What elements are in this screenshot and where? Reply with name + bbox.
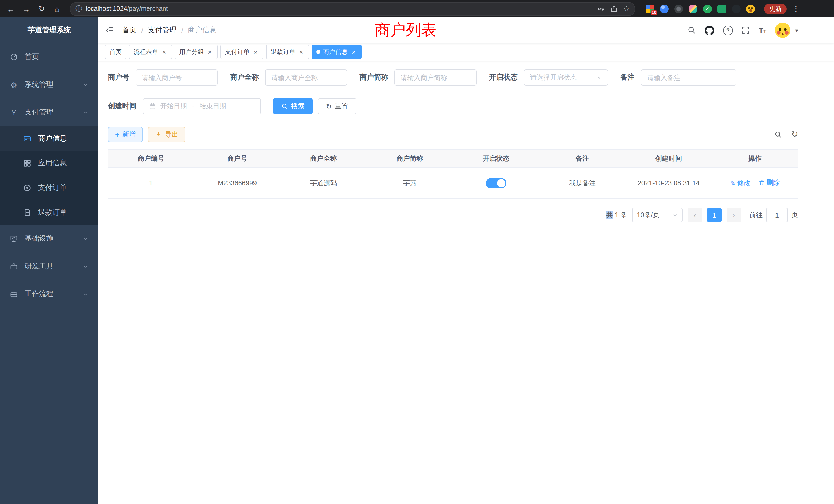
browser-menu-icon[interactable]: ⋮	[792, 5, 800, 13]
page-number-1[interactable]: 1	[707, 208, 722, 222]
sidebar-item-merchant-info[interactable]: 商户信息	[0, 126, 97, 151]
close-icon[interactable]: ×	[206, 48, 213, 55]
sidebar-item-infrastructure[interactable]: 基础设施	[0, 225, 97, 253]
col-status: 开启状态	[453, 150, 539, 167]
main-content: 首页 / 支付管理 / 商户信息 商户列表 ? TT ▾	[97, 18, 834, 504]
table-header: 商户编号 商户号 商户全称 商户简称 开启状态 备注 创建时间 操作	[108, 150, 798, 167]
search-button[interactable]: 搜索	[273, 98, 313, 114]
site-info-icon[interactable]: ⓘ	[75, 4, 82, 13]
breadcrumb-current: 商户信息	[188, 26, 217, 35]
reset-button[interactable]: ↻ 重置	[318, 98, 356, 114]
sidebar-item-home[interactable]: 首页	[0, 43, 97, 71]
browser-back-icon[interactable]: ←	[4, 2, 18, 16]
sidebar-item-app-info[interactable]: 应用信息	[0, 151, 97, 176]
tab-merchant-info[interactable]: 商户信息×	[312, 45, 361, 59]
show-search-icon[interactable]	[774, 131, 782, 138]
bookmark-star-icon[interactable]: ☆	[623, 5, 630, 13]
app-title: 芋道管理系统	[28, 26, 71, 35]
short-name-input[interactable]	[394, 69, 477, 86]
sidebar-item-system[interactable]: ⚙ 系统管理	[0, 71, 97, 98]
prev-page-button[interactable]: ‹	[688, 208, 702, 222]
delete-link[interactable]: 删除	[759, 178, 780, 187]
share-icon[interactable]	[610, 5, 618, 13]
sidebar-item-label: 研发工具	[25, 262, 53, 271]
extension-grid-icon[interactable]: 10	[645, 4, 654, 13]
search-icon[interactable]	[688, 26, 696, 35]
merchant-no-input[interactable]	[136, 69, 218, 86]
sidebar-item-label: 支付订单	[38, 183, 67, 192]
sidebar-item-label: 退款订单	[38, 208, 67, 217]
filter-merchant-no: 商户号	[108, 69, 218, 86]
chevron-down-icon	[83, 236, 88, 242]
extension-drop-icon[interactable]	[660, 4, 668, 13]
goto-page-input[interactable]	[766, 208, 788, 222]
extension-dark-icon[interactable]	[674, 4, 683, 13]
col-merchant-id: 商户编号	[108, 150, 194, 167]
close-icon[interactable]: ×	[252, 48, 259, 55]
extension-avatar-icon[interactable]	[689, 4, 697, 13]
extension-note-icon[interactable]	[718, 4, 726, 13]
font-size-icon[interactable]: TT	[759, 26, 766, 35]
extension-badge: 10	[651, 10, 657, 15]
browser-home-icon[interactable]: ⌂	[50, 2, 64, 16]
browser-forward-icon[interactable]: →	[20, 2, 33, 16]
remark-input[interactable]	[641, 69, 737, 86]
date-range-picker[interactable]: 开始日期 - 结束日期	[143, 98, 261, 114]
password-key-icon[interactable]	[597, 5, 605, 13]
app: 芋道管理系统 首页 ⚙ 系统管理 ¥ 支付管理	[0, 18, 834, 504]
sidebar-logo[interactable]: 芋道管理系统	[0, 18, 97, 43]
active-dot	[316, 50, 321, 54]
hamburger-icon[interactable]	[105, 26, 114, 35]
browser-reload-icon[interactable]: ↻	[35, 2, 48, 16]
browser-update-button[interactable]: 更新	[764, 3, 787, 14]
tab-refund-orders[interactable]: 退款订单×	[266, 45, 309, 59]
sidebar-item-refund-orders[interactable]: 退款订单	[0, 200, 97, 225]
status-toggle[interactable]	[486, 178, 506, 188]
extension-emoji-icon[interactable]	[746, 4, 755, 13]
sidebar-item-pay-orders[interactable]: 支付订单	[0, 176, 97, 200]
add-button[interactable]: + 新增	[108, 127, 143, 142]
tab-process-form[interactable]: 流程表单×	[129, 45, 172, 59]
toolbar-right: ↻	[774, 130, 798, 139]
col-create-time: 创建时间	[626, 150, 712, 167]
page-size-select[interactable]: 10条/页	[632, 208, 682, 222]
sidebar-item-workflow[interactable]: 工作流程	[0, 280, 97, 308]
avatar-caret-icon[interactable]: ▾	[795, 27, 798, 33]
close-icon[interactable]: ×	[350, 48, 357, 55]
sidebar: 芋道管理系统 首页 ⚙ 系统管理 ¥ 支付管理	[0, 18, 97, 504]
sidebar-item-dev-tools[interactable]: 研发工具	[0, 253, 97, 280]
user-avatar[interactable]	[775, 23, 791, 38]
tab-user-group[interactable]: 用户分组×	[175, 45, 218, 59]
cell-merchant-id: 1	[108, 167, 194, 198]
extension-git-icon[interactable]	[732, 4, 741, 13]
address-bar[interactable]: ⓘ localhost:1024/pay/merchant ☆	[70, 2, 635, 16]
currency-icon: ¥	[9, 109, 19, 116]
sidebar-item-label: 系统管理	[25, 80, 53, 89]
sidebar-item-payment[interactable]: ¥ 支付管理	[0, 98, 97, 126]
edit-link[interactable]: ✎修改	[730, 179, 750, 188]
filter-label: 商户全称	[230, 73, 259, 82]
top-navbar: 首页 / 支付管理 / 商户信息 商户列表 ? TT ▾	[97, 18, 834, 43]
close-icon[interactable]: ×	[298, 48, 305, 55]
full-name-input[interactable]	[265, 69, 347, 86]
omnibox-actions: ☆	[597, 5, 630, 13]
briefcase-icon	[9, 290, 19, 298]
refresh-table-icon[interactable]: ↻	[791, 130, 798, 139]
close-icon[interactable]: ×	[161, 48, 168, 55]
help-icon[interactable]: ?	[723, 25, 733, 35]
next-page-button[interactable]: ›	[727, 208, 741, 222]
navbar-actions: ? TT ▾	[688, 23, 798, 38]
pagination: 共 1 条 10条/页 ‹ 1 › 前往 页	[108, 208, 798, 222]
fullscreen-icon[interactable]	[742, 26, 750, 35]
cell-full-name: 芋道源码	[280, 167, 367, 198]
tab-pay-orders[interactable]: 支付订单×	[220, 45, 263, 59]
status-select[interactable]: 请选择开启状态	[524, 69, 608, 86]
export-button[interactable]: 导出	[148, 127, 185, 142]
tab-home[interactable]: 首页	[105, 45, 126, 59]
breadcrumb-home[interactable]: 首页	[122, 26, 137, 35]
filter-label: 备注	[620, 73, 635, 82]
filter-row-1: 商户号 商户全称 商户简称 开启状态 请选择开启状态	[108, 69, 798, 86]
breadcrumb-payment[interactable]: 支付管理	[148, 26, 177, 35]
extension-check-icon[interactable]: ✓	[703, 4, 712, 13]
github-icon[interactable]	[705, 25, 714, 35]
